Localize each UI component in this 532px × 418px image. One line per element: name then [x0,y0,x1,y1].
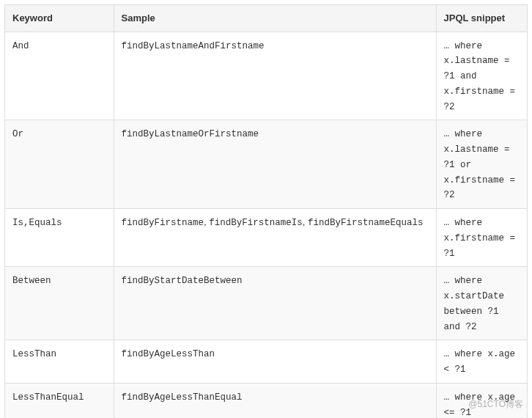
header-sample: Sample [114,5,436,32]
header-row: Keyword Sample JPQL snippet [5,5,528,32]
cell-snippet: … where x.age <= ?1 [436,383,527,418]
snippet-code: … where x.lastname = ?1 and x.firstname … [444,41,516,112]
table-row: LessThanEqualfindByAgeLessThanEqual… whe… [5,383,528,418]
cell-snippet: … where x.firstname = ?1 [436,209,527,267]
cell-sample: findByAgeLessThan [114,340,436,384]
cell-snippet: … where x.lastname = ?1 and x.firstname … [436,32,527,120]
sample-code: findByAgeLessThanEqual [122,392,243,403]
sample-code: findByAgeLessThan [122,349,215,359]
snippet-code: … where x.age <= ?1 [444,392,516,418]
cell-sample: findByLastnameOrFirstname [114,120,436,209]
keyword-code: Is,Equals [12,218,62,228]
table-row: BetweenfindByStartDateBetween… where x.s… [5,267,528,340]
cell-keyword: And [5,32,114,120]
sample-code: findByStartDateBetween [122,276,243,286]
snippet-code: … where x.age < ?1 [444,349,516,375]
cell-keyword: LessThan [5,340,114,384]
cell-sample: findByFirstname, findByFirstnameIs, find… [114,209,436,267]
table-row: LessThanfindByAgeLessThan… where x.age <… [5,340,528,384]
jpql-keywords-table: Keyword Sample JPQL snippet AndfindByLas… [4,4,528,418]
keyword-code: Between [12,276,51,286]
snippet-code: … where x.startDate between ?1 and ?2 [444,276,505,331]
sample-code: findByFirstnameEquals [308,218,424,228]
keyword-code: And [12,41,29,51]
cell-snippet: … where x.lastname = ?1 or x.firstname =… [436,120,527,209]
keyword-code: LessThanEqual [12,392,84,403]
cell-sample: findByAgeLessThanEqual [114,383,436,418]
header-snippet: JPQL snippet [436,5,527,32]
keyword-code: LessThan [12,349,56,359]
cell-keyword: Is,Equals [5,209,114,267]
cell-snippet: … where x.startDate between ?1 and ?2 [436,267,527,340]
sample-code: findByFirstnameIs [209,218,303,228]
sample-code: findByFirstname [122,218,204,228]
table-row: AndfindByLastnameAndFirstname… where x.l… [5,32,528,120]
snippet-code: … where x.firstname = ?1 [444,218,516,259]
sample-code: findByLastnameOrFirstname [122,129,259,139]
cell-keyword: Between [5,267,114,340]
cell-keyword: Or [5,120,114,209]
header-keyword: Keyword [5,5,114,32]
sample-code: findByLastnameAndFirstname [122,41,265,51]
table-row: OrfindByLastnameOrFirstname… where x.las… [5,120,528,209]
snippet-code: … where x.lastname = ?1 or x.firstname =… [444,129,516,200]
cell-keyword: LessThanEqual [5,383,114,418]
cell-sample: findByStartDateBetween [114,267,436,340]
cell-sample: findByLastnameAndFirstname [114,32,436,120]
cell-snippet: … where x.age < ?1 [436,340,527,384]
keyword-code: Or [12,129,23,139]
table-row: Is,EqualsfindByFirstname, findByFirstnam… [5,209,528,267]
